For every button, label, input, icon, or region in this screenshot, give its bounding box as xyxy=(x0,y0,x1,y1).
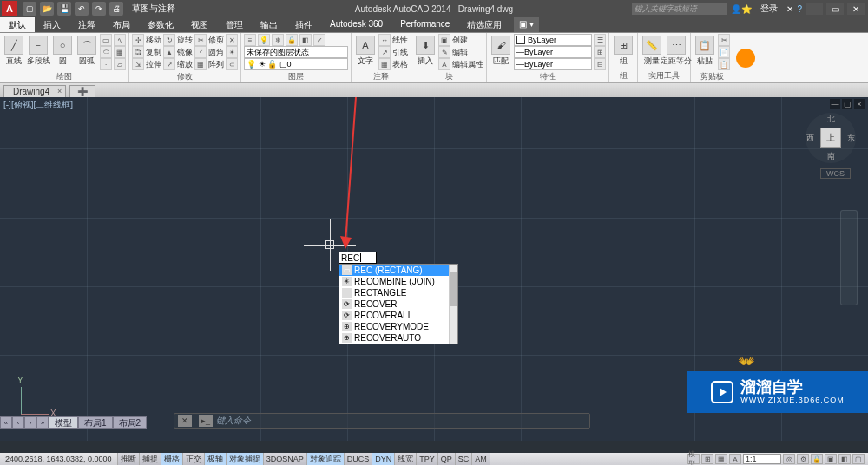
autocomplete-item[interactable]: ⊕RECOVERYMODE xyxy=(339,321,457,332)
viewcube-south[interactable]: 南 xyxy=(827,151,835,162)
clean-screen-icon[interactable]: ▢ xyxy=(852,454,865,464)
anno-scale-icon[interactable]: A xyxy=(729,454,741,464)
wcs-label[interactable]: WCS xyxy=(820,168,851,179)
layer-current-combo[interactable]: 💡 ☀ 🔓 ▢ 0 xyxy=(244,58,348,70)
user-avatar-icon[interactable] xyxy=(736,49,755,68)
status-qp[interactable]: QP xyxy=(437,453,455,465)
tab-manage[interactable]: 管理 xyxy=(217,17,252,32)
status-dyn[interactable]: DYN xyxy=(372,453,394,465)
circle-button[interactable]: ○圆 xyxy=(51,34,74,69)
status-infer[interactable]: 推断 xyxy=(117,453,139,465)
create-block-icon[interactable]: ▣ xyxy=(438,34,450,46)
tab-nav-prev-icon[interactable]: ‹ xyxy=(12,416,24,429)
tab-nav-first-icon[interactable]: « xyxy=(0,416,12,429)
status-3dosnap[interactable]: 3DOSNAP xyxy=(263,453,306,465)
navigation-bar[interactable] xyxy=(840,210,858,305)
mirror-icon[interactable]: ▲ xyxy=(163,46,175,58)
autocomplete-item[interactable]: ⟳RECOVERALL xyxy=(339,310,457,321)
viewcube-west[interactable]: 西 xyxy=(806,133,814,144)
move-icon[interactable]: ✢ xyxy=(132,34,144,46)
leader-icon[interactable]: ↗ xyxy=(378,46,391,58)
snap-display-icon[interactable]: ▦ xyxy=(715,454,727,464)
line-button[interactable]: ╱直线 xyxy=(3,34,25,69)
layer-freeze-icon[interactable]: ❄ xyxy=(272,34,284,46)
spline-icon[interactable]: ∿ xyxy=(114,34,126,46)
file-tab-drawing4[interactable]: Drawing4 × xyxy=(3,85,66,97)
layout1-tab[interactable]: 布局1 xyxy=(78,416,113,429)
lineweight-combo[interactable]: — ByLayer xyxy=(514,46,592,58)
props-tool3-icon[interactable]: ⊟ xyxy=(594,58,606,70)
fillet-icon[interactable]: ◜ xyxy=(194,46,207,58)
tab-insert[interactable]: 插入 xyxy=(35,17,69,32)
autocomplete-item[interactable]: ⊕RECOVERAUTO xyxy=(339,332,457,344)
tab-layout[interactable]: 布局 xyxy=(104,17,139,32)
layer-state-combo[interactable]: 未保存的图层状态 xyxy=(244,46,348,58)
layer-on-icon[interactable]: 💡 xyxy=(258,34,270,46)
rect-icon[interactable]: ▭ xyxy=(100,34,112,46)
status-grid[interactable]: 栅格 xyxy=(161,453,182,465)
polyline-button[interactable]: ⌐多段线 xyxy=(27,34,49,69)
layer-match-icon[interactable]: ✓ xyxy=(313,34,326,46)
qat-redo-icon[interactable]: ↷ xyxy=(92,2,106,16)
tab-featured[interactable]: 精选应用 xyxy=(458,17,510,32)
linear-dim-icon[interactable]: ↔ xyxy=(378,34,391,46)
status-lwt[interactable]: 线宽 xyxy=(394,453,416,465)
linetype-combo[interactable]: — ByLayer xyxy=(514,58,592,70)
cmdline-close-icon[interactable]: ✕ xyxy=(178,415,192,427)
point-icon[interactable]: · xyxy=(100,58,112,70)
user-badge-icon[interactable]: 👤⭐ xyxy=(731,4,752,14)
cut-icon[interactable]: ✂ xyxy=(718,34,730,46)
vp-max-icon[interactable]: ▢ xyxy=(842,99,852,109)
model-space-button[interactable]: 模型 xyxy=(687,454,700,464)
anno-scale-combo[interactable]: 1:1 xyxy=(743,454,781,464)
viewcube-north[interactable]: 北 xyxy=(827,114,835,125)
layer-props-icon[interactable]: ≡ xyxy=(244,34,256,46)
autocomplete-item[interactable]: ▭REC (RECTANG) xyxy=(339,265,457,276)
vp-close-icon[interactable]: × xyxy=(854,99,865,109)
dynamic-input[interactable]: REC xyxy=(339,252,377,264)
paste-button[interactable]: 📋粘贴 xyxy=(694,34,716,69)
isolate-icon[interactable]: ◧ xyxy=(838,454,851,464)
tab-annotate[interactable]: 注释 xyxy=(69,17,104,32)
tab-nav-last-icon[interactable]: » xyxy=(36,416,49,429)
close-button[interactable]: ✕ xyxy=(847,3,865,15)
tab-nav-next-icon[interactable]: › xyxy=(24,416,36,429)
vp-min-icon[interactable]: — xyxy=(830,99,840,109)
qat-new-icon[interactable]: ▢ xyxy=(23,2,36,16)
qat-save-icon[interactable]: 💾 xyxy=(57,2,71,16)
autocomplete-item[interactable]: ⟳RECOVER xyxy=(339,298,457,310)
qat-open-icon[interactable]: 📂 xyxy=(40,2,54,16)
props-tool2-icon[interactable]: ⊞ xyxy=(594,46,606,58)
minimize-button[interactable]: — xyxy=(806,3,823,15)
color-combo[interactable]: ByLayer xyxy=(514,34,592,46)
text-button[interactable]: A文字 xyxy=(354,34,377,69)
anno-vis-icon[interactable]: ◎ xyxy=(783,454,795,464)
region-icon[interactable]: ▱ xyxy=(114,58,126,70)
match-props-button[interactable]: 🖌匹配 xyxy=(490,34,512,69)
status-sc[interactable]: SC xyxy=(455,453,472,465)
file-tab-new[interactable]: ➕ xyxy=(69,85,95,97)
arc-button[interactable]: ⌒圆弧 xyxy=(76,34,98,69)
layer-iso-icon[interactable]: ◧ xyxy=(299,34,312,46)
status-tpy[interactable]: TPY xyxy=(416,453,437,465)
tab-expand[interactable]: ▣ ▾ xyxy=(514,17,539,32)
layout2-tab[interactable]: 布局2 xyxy=(113,416,148,429)
help-search-input[interactable]: 键入关键字或短语 xyxy=(632,3,727,15)
login-button[interactable]: 登录 xyxy=(755,3,783,15)
autocomplete-scrollbar[interactable] xyxy=(449,265,457,344)
tab-view[interactable]: 视图 xyxy=(182,17,217,32)
tab-plugins[interactable]: 插件 xyxy=(286,17,321,32)
tab-default[interactable]: 默认 xyxy=(0,17,35,32)
file-tab-close-icon[interactable]: × xyxy=(57,87,62,95)
rotate-icon[interactable]: ↻ xyxy=(163,34,175,46)
tab-output[interactable]: 输出 xyxy=(252,17,286,32)
table-icon[interactable]: ▦ xyxy=(378,58,391,70)
help-icon[interactable]: ? xyxy=(797,4,802,14)
lock-ui-icon[interactable]: 🔒 xyxy=(811,454,823,464)
qat-undo-icon[interactable]: ↶ xyxy=(75,2,89,16)
exchange-icon[interactable]: ✕ xyxy=(786,4,793,14)
autocomplete-item[interactable]: RECTANGLE xyxy=(339,287,457,298)
app-icon[interactable]: A xyxy=(2,1,17,16)
grid-display-icon[interactable]: ⊞ xyxy=(701,454,713,464)
command-line[interactable]: ✕ ▸_ 键入命令 xyxy=(174,413,590,429)
